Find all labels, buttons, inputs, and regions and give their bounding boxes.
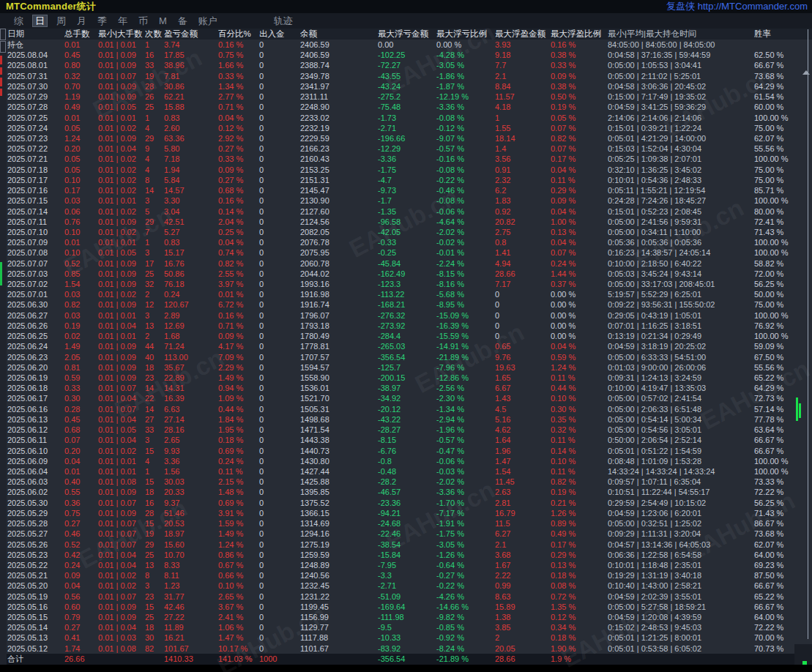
table-row[interactable]: 2025.06.160.280.01 | 0.07146.630.44 %015… <box>0 404 812 414</box>
table-row[interactable]: 2025.06.260.190.01 | 0.041312.690.71 %01… <box>0 321 812 331</box>
table-row[interactable]: 2025.06.300.820.01 | 0.0912120.676.72 %0… <box>0 299 812 310</box>
table-row[interactable]: 2025.07.010.030.01 | 0.0220.240.01 %0191… <box>0 289 812 299</box>
left-scroll-button-bottom[interactable] <box>0 41 6 53</box>
menu-item-轨迹[interactable]: 轨迹 <box>272 15 295 27</box>
table-row[interactable]: 2025.07.170.100.01 | 0.0285.840.27 %0215… <box>0 175 812 185</box>
cell-hold-time: 0:04:59 | 1:23:06 | 6:20:01 <box>608 508 754 518</box>
table-row[interactable]: 2025.07.021.540.01 | 0.093276.183.97 %01… <box>0 279 812 289</box>
table-row[interactable]: 2025.08.040.450.01 | 0.091617.850.75 %02… <box>0 50 812 60</box>
column-header-count[interactable]: 次数 <box>145 29 164 40</box>
menu-item-账户[interactable]: 账户 <box>196 15 220 27</box>
table-row[interactable]: 2025.07.150.030.01 | 0.0133.300.16 %0213… <box>0 195 812 206</box>
table-row[interactable]: 2025.07.160.170.01 | 0.021414.570.68 %02… <box>0 185 812 195</box>
table-row[interactable]: 2025.05.300.360.01 | 0.07169.370.69 %013… <box>0 498 812 508</box>
table-row[interactable]: 2025.05.150.790.01 | 0.092527.222.41 %01… <box>0 612 812 622</box>
table-row[interactable]: 2025.07.310.320.01 | 0.07197.810.33 %023… <box>0 71 812 81</box>
table-row[interactable]: 2025.07.210.050.01 | 0.0247.180.33 %0216… <box>0 154 812 164</box>
table-row[interactable]: 2025.07.100.100.01 | 0.0275.270.25 %0208… <box>0 227 812 237</box>
table-row[interactable]: 2025.05.121.740.01 | 0.0882101.6710.17 %… <box>0 643 812 654</box>
table-row[interactable]: 2025.05.270.460.01 | 0.071918.971.49 %01… <box>0 529 812 539</box>
table-row[interactable]: 2025.07.090.010.01 | 0.0110.830.04 %0207… <box>0 237 812 247</box>
table-row[interactable]: 2025.07.070.520.01 | 0.091716.760.82 %02… <box>0 258 812 269</box>
table-row[interactable]: 2025.06.250.020.01 | 0.0121.680.09 %0178… <box>0 331 812 341</box>
website-link[interactable]: 复盘侠 http://MTCommander.com <box>666 0 808 13</box>
column-header-min-max-lots[interactable]: 最小|大手数 <box>98 29 145 40</box>
cell-max-float-loss-ratio: -1.34 % <box>436 404 495 414</box>
menu-item-年[interactable]: 年 <box>116 15 130 27</box>
table-row[interactable]: 2025.05.210.090.01 | 0.0288.110.66 %0124… <box>0 570 812 580</box>
table-row[interactable]: 2025.06.200.810.01 | 0.091835.672.29 %01… <box>0 362 812 373</box>
cell-balance: 2124.56 <box>300 217 378 227</box>
table-row[interactable]: 2025.08.010.800.01 | 0.093338.961.66 %02… <box>0 60 812 70</box>
table-row[interactable]: 2025.07.240.050.01 | 0.0242.600.12 %0223… <box>0 123 812 133</box>
column-header-pl-amount[interactable]: 盈亏金额 <box>164 29 218 40</box>
column-header-balance[interactable]: 余额 <box>300 29 378 40</box>
table-row[interactable]: 2025.06.040.010.01 | 0.0111.560.11 %0142… <box>0 466 812 477</box>
cell-deposit: 0 <box>259 50 300 60</box>
table-row[interactable]: 2025.07.180.050.01 | 0.0241.940.09 %0215… <box>0 165 812 175</box>
table-row[interactable]: 2025.06.232.050.01 | 0.0940113.007.09 %0… <box>0 352 812 362</box>
table-row[interactable]: 2025.06.270.030.01 | 0.0132.890.16 %0179… <box>0 310 812 321</box>
table-row[interactable]: 2025.07.080.100.01 | 0.05315.170.74 %020… <box>0 247 812 258</box>
table-row[interactable]: 2025.07.110.760.01 | 0.092942.512.04 %02… <box>0 217 812 227</box>
column-header-max-float-profit-ratio[interactable]: 最大浮盈比例 <box>551 29 608 40</box>
table-row[interactable]: 2025.05.220.240.01 | 0.04138.330.67 %012… <box>0 560 812 570</box>
table-row[interactable]: 2025.06.030.400.01 | 0.081530.032.15 %01… <box>0 477 812 487</box>
cell-hold-time: 0:05:00 | 1:05:53 | 3:04:41 <box>608 60 754 70</box>
table-row[interactable]: 2025.05.230.420.01 | 0.042510.700.86 %01… <box>0 550 812 560</box>
table-row[interactable]: 2025.06.120.680.01 | 0.053328.161.95 %01… <box>0 425 812 435</box>
menu-item-日[interactable]: 日 <box>32 15 48 27</box>
cell-pl-percent: 10.17 % <box>218 643 259 654</box>
table-row[interactable]: 2025.05.130.410.01 | 0.033016.211.47 %01… <box>0 632 812 643</box>
table-row[interactable]: 2025.07.250.010.01 | 0.0110.830.04 %0223… <box>0 113 812 123</box>
cell-hold-time: 0:09:57 | 1:07:11 | 6:35:04 <box>608 477 754 487</box>
table-row[interactable]: 2025.06.020.550.01 | 0.091820.331.48 %01… <box>0 487 812 497</box>
menu-item-月[interactable]: 月 <box>75 15 89 27</box>
menu-item-周[interactable]: 周 <box>54 15 68 27</box>
table-row[interactable]: 2025.07.291.190.01 | 0.092662.212.77 %02… <box>0 92 812 102</box>
table-row[interactable]: 2025.05.260.520.01 | 0.072915.601.24 %01… <box>0 540 812 550</box>
table-row[interactable]: 2025.07.140.060.01 | 0.0253.040.14 %0212… <box>0 206 812 217</box>
right-scrollbar-track[interactable] <box>808 29 808 639</box>
table-row[interactable]: 2025.05.160.600.01 | 0.091542.463.67 %01… <box>0 602 812 612</box>
menu-item-备[interactable]: 备 <box>176 15 190 27</box>
table-row[interactable]: 2025.05.280.270.01 | 0.071520.531.59 %01… <box>0 518 812 529</box>
table-row[interactable]: 2025.06.100.200.01 | 0.02159.930.69 %014… <box>0 446 812 456</box>
cell-date: 2025.07.11 <box>7 217 64 227</box>
table-row[interactable]: 2025.06.130.450.01 | 0.042727.141.84 %01… <box>0 414 812 425</box>
table-row[interactable]: 2025.07.300.700.01 | 0.092830.861.34 %02… <box>0 81 812 92</box>
column-header-max-float-loss-ratio[interactable]: 最大浮亏比例 <box>436 29 495 40</box>
table-row[interactable]: 2025.07.280.490.01 | 0.052515.880.71 %02… <box>0 102 812 112</box>
table-row[interactable]: 2025.06.190.590.01 | 0.092322.891.49 %01… <box>0 373 812 383</box>
table-row[interactable]: 2025.06.090.040.01 | 0.0143.360.24 %0143… <box>0 456 812 466</box>
left-scroll-button-top[interactable] <box>0 29 6 40</box>
column-header-deposit[interactable]: 出入金 <box>259 29 300 40</box>
table-row[interactable]: 持仓0.010.01 | 0.0113.740.16 %02406.590.00… <box>0 40 812 50</box>
table-row[interactable]: 2025.07.231.240.01 | 0.092963.362.92 %02… <box>0 133 812 143</box>
cell-pl-amount: 31.77 <box>164 591 218 602</box>
table-row[interactable]: 2025.05.200.040.01 | 0.0231.230.10 %0123… <box>0 580 812 591</box>
table-row[interactable]: 2025.06.241.490.01 | 0.094471.244.17 %01… <box>0 341 812 351</box>
column-header-max-float-loss[interactable]: 最大浮亏金额 <box>378 29 436 40</box>
table-row[interactable]: 2025.07.030.850.01 | 0.092550.862.55 %02… <box>0 269 812 279</box>
column-header-pl-percent[interactable]: 百分比% <box>218 29 259 40</box>
menu-item-综[interactable]: 综 <box>12 15 26 27</box>
column-header-date[interactable]: 日期 <box>7 29 64 40</box>
menu-item-币[interactable]: 币 <box>136 15 150 27</box>
table-row[interactable]: 2025.05.140.270.01 | 0.041811.891.06 %01… <box>0 622 812 632</box>
column-header-max-float-profit[interactable]: 最大浮盈金额 <box>495 29 551 40</box>
table-row[interactable]: 2025.05.290.750.01 | 0.092851.463.91 %01… <box>0 508 812 518</box>
table-row[interactable]: 2025.06.110.070.01 | 0.0432.650.18 %0144… <box>0 435 812 445</box>
column-header-win-rate[interactable]: 胜率 <box>754 29 810 40</box>
table-row[interactable]: 2025.07.220.200.01 | 0.0495.800.27 %0216… <box>0 143 812 154</box>
menu-item-M[interactable]: M <box>157 15 169 27</box>
cell-total-lots: 0.24 <box>64 560 98 570</box>
cell-date: 2025.07.21 <box>7 154 64 164</box>
table-row[interactable]: 2025.06.180.330.01 | 0.071414.310.94 %01… <box>0 383 812 393</box>
column-header-hold-time[interactable]: 最小|平均|最大持仓时间 <box>608 29 754 40</box>
column-header-total-lots[interactable]: 总手数 <box>64 29 98 40</box>
cell-deposit: 0 <box>259 123 300 133</box>
table-row[interactable]: 2025.05.190.560.01 | 0.072331.772.65 %01… <box>0 591 812 602</box>
menu-item-季[interactable]: 季 <box>95 15 109 27</box>
table-row[interactable]: 2025.06.170.300.01 | 0.042216.391.09 %01… <box>0 393 812 403</box>
